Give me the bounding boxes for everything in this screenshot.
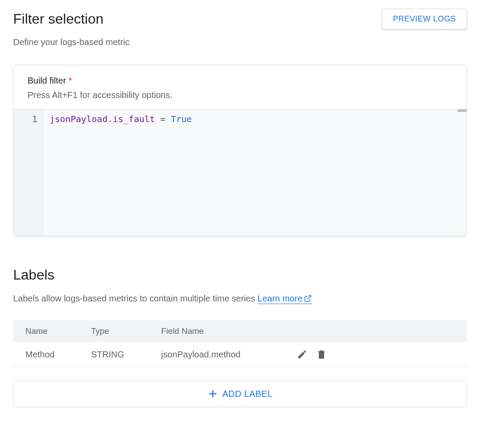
table-row: Method STRING jsonPayload.method: [13, 342, 467, 367]
row-actions: [297, 349, 455, 360]
labels-table: Name Type Field Name Method STRING jsonP…: [13, 320, 467, 367]
scrollbar-indicator[interactable]: [458, 109, 466, 112]
col-header-name: Name: [13, 320, 79, 342]
editor-gutter: 1: [14, 109, 44, 236]
labels-description-text: Labels allow logs-based metrics to conta…: [13, 294, 258, 303]
token-field: jsonPayload.is_fault: [49, 114, 155, 124]
cell-name: Method: [13, 342, 79, 367]
edit-icon[interactable]: [297, 349, 307, 360]
preview-logs-button[interactable]: PREVIEW LOGS: [382, 9, 467, 29]
col-header-fieldname: Field Name: [149, 320, 285, 342]
filter-selection-subtitle: Define your logs-based metric: [13, 37, 467, 47]
table-header-row: Name Type Field Name: [13, 320, 467, 342]
learn-more-link[interactable]: Learn more: [258, 294, 312, 304]
token-value: True: [171, 114, 192, 124]
cell-type: STRING: [79, 342, 149, 367]
build-filter-label: Build filter *: [28, 76, 452, 86]
svg-line-0: [307, 295, 311, 299]
col-header-type: Type: [79, 320, 149, 342]
labels-description: Labels allow logs-based metrics to conta…: [13, 294, 467, 304]
external-link-icon: [304, 294, 312, 304]
token-operator: =: [155, 114, 171, 124]
code-content[interactable]: jsonPayload.is_fault = True: [44, 109, 466, 236]
required-indicator: *: [68, 76, 72, 85]
learn-more-text: Learn more: [258, 294, 302, 303]
add-label-text: ADD LABEL: [222, 389, 273, 399]
add-label-button[interactable]: ADD LABEL: [13, 380, 467, 407]
cell-fieldname: jsonPayload.method: [149, 342, 285, 367]
filter-selection-title: Filter selection: [13, 11, 103, 27]
accessibility-hint: Press Alt+F1 for accessibility options.: [28, 90, 452, 100]
build-filter-card: Build filter * Press Alt+F1 for accessib…: [13, 65, 467, 236]
build-filter-label-text: Build filter: [28, 76, 66, 85]
labels-title: Labels: [13, 267, 467, 283]
delete-icon[interactable]: [316, 349, 327, 360]
filter-code-editor[interactable]: 1 jsonPayload.is_fault = True: [14, 109, 466, 236]
plus-icon: [208, 388, 218, 399]
line-number: 1: [14, 113, 37, 125]
